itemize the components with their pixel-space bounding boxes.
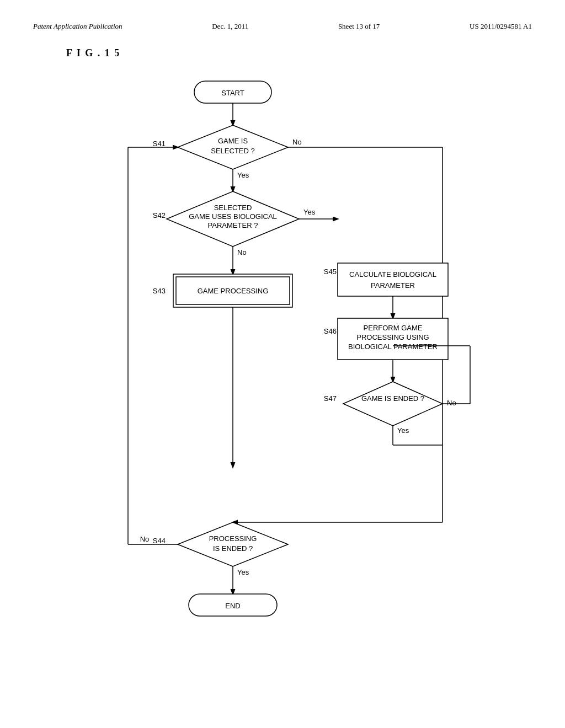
s41-yes-label: Yes: [237, 171, 249, 179]
s41-no-label: No: [292, 138, 302, 146]
header-publication: Patent Application Publication: [33, 22, 122, 31]
svg-marker-16: [343, 382, 443, 426]
s46-text-line1: PERFORM GAME: [364, 324, 423, 332]
s41-text-line1: GAME IS: [218, 137, 248, 145]
page-header: Patent Application Publication Dec. 1, 2…: [33, 22, 532, 31]
flowchart-diagram: text { font-family: Arial, sans-serif; f…: [33, 70, 532, 677]
figure-label: F I G . 1 5: [66, 47, 532, 59]
header-date: Dec. 1, 2011: [212, 22, 248, 31]
s45-text-line1: CALCULATE BIOLOGICAL: [349, 270, 436, 279]
s45-text-line2: PARAMETER: [371, 281, 415, 290]
s43-label: S43: [153, 287, 166, 295]
s47-yes-label: Yes: [397, 426, 409, 435]
s47-no-label: No: [447, 399, 456, 407]
s42-text-line1: SELECTED: [214, 204, 252, 212]
s46-label: S46: [324, 327, 337, 335]
s41-text-line2: SELECTED ?: [211, 147, 254, 155]
s47-label: S47: [324, 394, 337, 403]
s47-text-line1: GAME IS ENDED ?: [361, 394, 424, 403]
s46-text-line2: PROCESSING USING: [356, 333, 429, 341]
s44-text-line1: PROCESSING: [209, 534, 257, 543]
s42-text-line3: PARAMETER ?: [208, 221, 258, 229]
s44-yes-label: Yes: [237, 568, 249, 576]
s44-no-label: No: [140, 535, 150, 543]
svg-rect-12: [338, 263, 448, 296]
header-patent: US 2011/0294581 A1: [470, 22, 532, 31]
s42-text-line2: GAME USES BIOLOGICAL: [189, 212, 277, 221]
s43-text: GAME PROCESSING: [198, 287, 269, 295]
s44-label: S44: [153, 537, 166, 545]
s42-no-label: No: [237, 248, 247, 256]
header-sheet: Sheet 13 of 17: [338, 22, 380, 31]
s45-label: S45: [324, 267, 337, 276]
s41-label: S41: [153, 140, 166, 148]
page: Patent Application Publication Dec. 1, 2…: [0, 0, 565, 728]
s42-label: S42: [153, 211, 166, 220]
s44-text-line2: IS ENDED ?: [213, 544, 253, 553]
end-text: END: [225, 602, 240, 610]
s46-text-line3: BIOLOGICAL PARAMETER: [348, 342, 438, 351]
s42-yes-label: Yes: [303, 208, 316, 216]
start-text: START: [221, 89, 244, 97]
